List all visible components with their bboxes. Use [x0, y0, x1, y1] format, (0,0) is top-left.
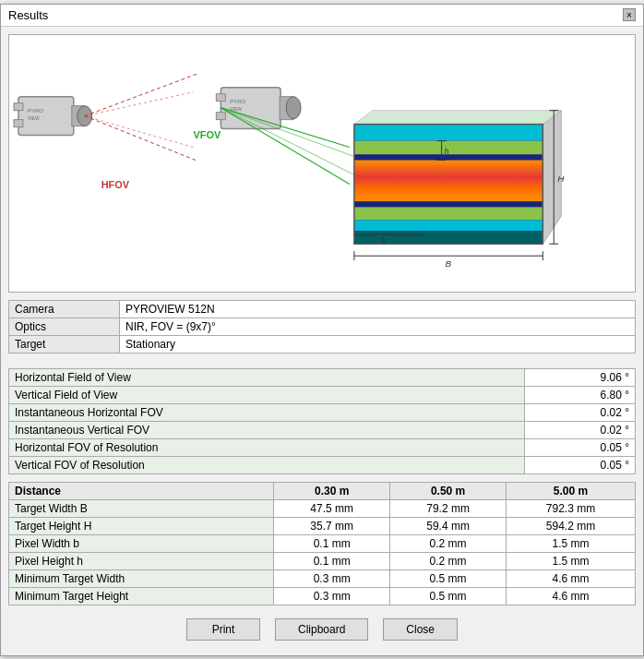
dist-cell: 4.6 mm [507, 587, 636, 605]
dist-cell: 792.3 mm [507, 499, 636, 517]
fov-table: Horizontal Field of View9.06 °Vertical F… [8, 368, 636, 474]
table-row: Vertical Field of View6.80 ° [9, 386, 636, 403]
svg-point-12 [286, 96, 301, 118]
dist-cell: 0.3 mm [274, 569, 390, 587]
table-row: Target Height H35.7 mm59.4 mm594.2 mm [9, 517, 636, 534]
svg-rect-31 [354, 207, 543, 220]
svg-text:VIEW: VIEW [28, 114, 40, 120]
svg-text:VFOV: VFOV [193, 128, 221, 139]
table-row: TargetStationary [9, 335, 636, 353]
dist-label: Target Width B [9, 499, 274, 517]
dist-cell: 35.7 mm [274, 517, 390, 534]
svg-marker-36 [354, 110, 561, 124]
fov-value: 0.05 ° [525, 438, 636, 456]
dist-label: Target Height H [9, 517, 274, 534]
info-label: Camera [9, 300, 120, 318]
table-row: Horizontal FOV of Resolution0.05 ° [9, 438, 636, 456]
distance-table: Distance0.30 m0.50 m5.00 m Target Width … [8, 482, 636, 605]
fov-value: 6.80 ° [525, 386, 636, 403]
dist-cell: 47.5 mm [274, 499, 390, 517]
dist-cell: 0.3 mm [274, 587, 390, 605]
table-row: Target Width B47.5 mm79.2 mm792.3 mm [9, 499, 636, 517]
table-row: Horizontal Field of View9.06 ° [9, 368, 636, 386]
svg-text:H: H [557, 174, 565, 184]
table-row: Minimum Target Height0.3 mm0.5 mm4.6 mm [9, 587, 636, 605]
close-icon: × [626, 10, 632, 20]
svg-rect-11 [216, 112, 225, 119]
dist-cell: 594.2 mm [507, 517, 636, 534]
column-header: 5.00 m [507, 482, 636, 499]
fov-label: Horizontal Field of View [9, 368, 525, 386]
dist-label: Minimum Target Height [9, 587, 274, 605]
dist-cell: 59.4 mm [390, 517, 507, 534]
dist-cell: 0.2 mm [390, 534, 507, 552]
close-button[interactable]: Close [383, 618, 458, 641]
results-window: Results × PYRO VIEW [0, 4, 644, 656]
column-header: 0.30 m [274, 482, 390, 499]
dist-cell: 4.6 mm [507, 569, 636, 587]
info-label: Optics [9, 318, 120, 335]
fov-label: Instantaneous Horizontal FOV [9, 403, 525, 421]
dist-cell: 1.5 mm [507, 534, 636, 552]
table-row: Vertical FOV of Resolution0.05 ° [9, 456, 636, 473]
svg-rect-10 [216, 93, 225, 101]
diagram-area: PYRO VIEW PYRO VIEW [8, 34, 636, 293]
fov-label: Vertical FOV of Resolution [9, 456, 525, 473]
table-row: OpticsNIR, FOV = (9x7)° [9, 318, 636, 335]
svg-rect-29 [354, 160, 543, 201]
dist-cell: 0.1 mm [274, 552, 390, 569]
fov-label: Horizontal FOV of Resolution [9, 438, 525, 456]
fov-value: 0.05 ° [525, 456, 636, 473]
svg-text:HFOV: HFOV [101, 179, 130, 190]
dist-label: Pixel Width b [9, 534, 274, 552]
button-row: Print Clipboard Close [8, 615, 636, 648]
fov-value: 9.06 ° [525, 368, 636, 386]
svg-rect-30 [354, 201, 543, 207]
svg-text:PYRO: PYRO [28, 107, 43, 113]
dist-cell: 0.2 mm [390, 552, 507, 569]
table-header-row: Distance0.30 m0.50 m5.00 m [9, 482, 636, 499]
info-value: NIR, FOV = (9x7)° [120, 318, 636, 335]
column-header: 0.50 m [390, 482, 507, 499]
main-content: PYRO VIEW PYRO VIEW [1, 27, 643, 655]
fov-label: Vertical Field of View [9, 386, 525, 403]
dist-cell: 0.5 mm [390, 569, 507, 587]
dist-label: Pixel Height h [9, 552, 274, 569]
clipboard-button[interactable]: Clipboard [275, 618, 368, 641]
table-row: Minimum Target Width0.3 mm0.5 mm4.6 mm [9, 569, 636, 587]
svg-point-5 [78, 105, 92, 126]
fov-value: 0.02 ° [525, 421, 636, 438]
dist-label: Minimum Target Width [9, 569, 274, 587]
svg-rect-26 [354, 124, 543, 140]
fov-label: Instantaneous Vertical FOV [9, 421, 525, 438]
close-window-button[interactable]: × [623, 8, 636, 21]
print-button[interactable]: Print [186, 618, 260, 641]
dist-cell: 79.2 mm [390, 499, 507, 517]
info-value: Stationary [120, 335, 636, 353]
info-value: PYROVIEW 512N [120, 300, 636, 318]
svg-rect-32 [354, 220, 543, 231]
svg-rect-3 [14, 102, 23, 110]
table-row: CameraPYROVIEW 512N [9, 300, 636, 318]
column-header: Distance [9, 482, 274, 499]
table-row: Pixel Width b0.1 mm0.2 mm1.5 mm [9, 534, 636, 552]
info-label: Target [9, 335, 120, 353]
window-title: Results [8, 8, 48, 22]
table-row: Instantaneous Vertical FOV0.02 ° [9, 421, 636, 438]
svg-rect-4 [14, 119, 23, 126]
svg-text:B: B [446, 258, 452, 269]
table-row: Instantaneous Horizontal FOV0.02 ° [9, 403, 636, 421]
dist-cell: 0.5 mm [390, 587, 507, 605]
svg-text:h: h [445, 146, 449, 155]
info-table: CameraPYROVIEW 512NOpticsNIR, FOV = (9x7… [8, 300, 636, 353]
dist-cell: 1.5 mm [507, 552, 636, 569]
fov-value: 0.02 ° [525, 403, 636, 421]
dist-cell: 0.1 mm [274, 534, 390, 552]
diagram-svg: PYRO VIEW PYRO VIEW [9, 35, 635, 292]
svg-text:PYRO: PYRO [230, 98, 245, 103]
title-bar: Results × [1, 5, 643, 27]
table-row: Pixel Height h0.1 mm0.2 mm1.5 mm [9, 552, 636, 569]
svg-text:b: b [382, 236, 387, 246]
